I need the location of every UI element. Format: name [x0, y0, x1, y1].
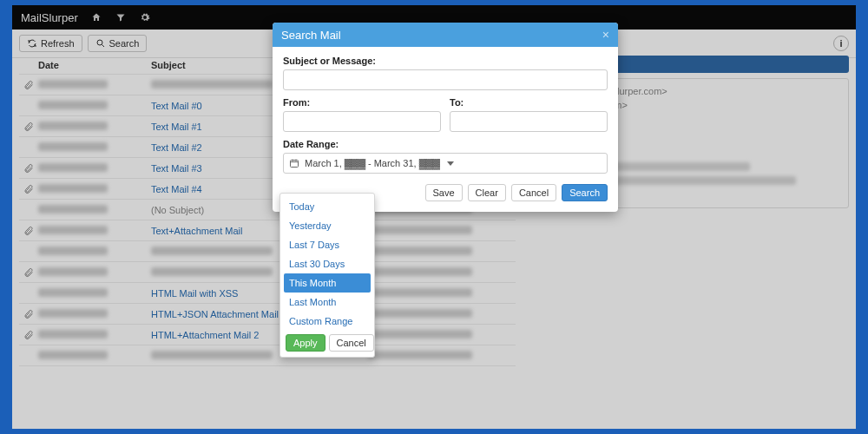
search-mail-modal: Search Mail × Subject or Message: From: … — [273, 23, 618, 212]
table-row[interactable] — [19, 345, 516, 366]
row-date — [38, 142, 151, 153]
attachment-icon — [19, 163, 38, 174]
table-row[interactable]: Text+Attachment Mail — [19, 220, 516, 241]
info-icon[interactable]: i — [833, 36, 849, 51]
attachment-icon — [19, 226, 38, 236]
label-to: To: — [450, 97, 608, 108]
row-from — [368, 309, 516, 319]
row-date — [38, 267, 151, 278]
table-row[interactable]: HTML+Attachment Mail 2 — [19, 325, 516, 345]
table-row[interactable] — [19, 262, 516, 283]
filter-icon[interactable] — [115, 11, 127, 23]
row-from — [368, 288, 516, 299]
svg-rect-1 — [291, 161, 299, 168]
home-icon[interactable] — [90, 11, 102, 23]
table-row[interactable]: HTML Mail with XSS — [19, 283, 516, 304]
row-from — [368, 330, 516, 340]
calendar-icon — [289, 158, 299, 168]
label-from: From: — [283, 97, 441, 108]
range-cancel-button[interactable]: Cancel — [329, 334, 374, 352]
search-label: Search — [109, 38, 140, 49]
range-option[interactable]: This Month — [284, 273, 371, 293]
row-date — [38, 309, 151, 319]
table-row[interactable] — [19, 241, 516, 262]
attachment-icon — [19, 122, 38, 132]
row-from — [368, 247, 516, 257]
range-option[interactable]: Yesterday — [284, 216, 371, 235]
range-option[interactable]: Last 30 Days — [284, 254, 371, 273]
row-date — [38, 330, 151, 340]
date-range-picker[interactable]: March 1, ▓▓▓ - March 31, ▓▓▓ — [283, 153, 608, 174]
date-range-dropdown: TodayYesterdayLast 7 DaysLast 30 DaysThi… — [279, 193, 375, 358]
row-from — [368, 351, 516, 361]
range-apply-button[interactable]: Apply — [286, 334, 326, 352]
attachment-icon — [19, 330, 38, 340]
refresh-button[interactable]: Refresh — [19, 35, 82, 52]
attachment-icon — [19, 267, 38, 278]
row-date — [38, 122, 151, 132]
modal-header: Search Mail × — [273, 23, 618, 47]
row-date — [38, 80, 151, 90]
row-date — [38, 288, 151, 299]
clear-button[interactable]: Clear — [468, 184, 506, 201]
brand: MailSlurper — [21, 11, 78, 24]
cancel-button[interactable]: Cancel — [511, 184, 556, 201]
attachment-icon — [19, 184, 38, 194]
attachment-icon — [19, 309, 38, 319]
col-date: Date — [38, 60, 151, 70]
label-date-range: Date Range: — [283, 139, 608, 149]
table-row[interactable]: HTML+JSON Attachment Mail — [19, 304, 516, 325]
to-input[interactable] — [450, 111, 608, 132]
chevron-down-icon — [447, 161, 454, 166]
row-date — [38, 163, 151, 174]
row-date — [38, 205, 151, 215]
search-button[interactable]: Search — [562, 184, 608, 201]
from-input[interactable] — [283, 111, 441, 132]
row-from — [368, 226, 516, 236]
svg-point-0 — [97, 40, 102, 45]
row-date — [38, 247, 151, 257]
row-date — [38, 351, 151, 361]
toolbar-search-button[interactable]: Search — [88, 35, 148, 52]
range-option[interactable]: Last Month — [284, 293, 371, 312]
close-icon[interactable]: × — [602, 28, 609, 42]
range-option[interactable]: Last 7 Days — [284, 235, 371, 254]
range-option[interactable]: Today — [284, 197, 371, 216]
row-from — [368, 267, 516, 278]
range-option[interactable]: Custom Range — [284, 312, 371, 331]
attachment-icon — [19, 80, 38, 90]
row-date — [38, 101, 151, 111]
row-date — [38, 184, 151, 194]
date-range-value: March 1, ▓▓▓ - March 31, ▓▓▓ — [305, 158, 440, 168]
subject-or-message-input[interactable] — [283, 69, 608, 90]
gear-icon[interactable] — [139, 11, 151, 23]
modal-title: Search Mail — [281, 29, 341, 42]
refresh-label: Refresh — [41, 38, 75, 49]
label-subject-or-message: Subject or Message: — [283, 56, 608, 66]
save-button[interactable]: Save — [425, 184, 463, 201]
row-date — [38, 226, 151, 236]
